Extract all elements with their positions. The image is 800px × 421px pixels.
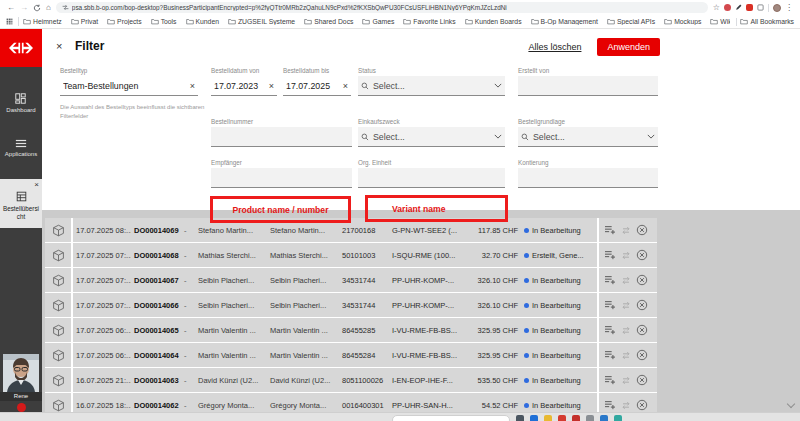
sidebar-item-applications[interactable]: Applications	[5, 139, 37, 157]
reorder-icon[interactable]	[620, 325, 632, 336]
pen-extension-icon[interactable]	[735, 4, 742, 11]
bookmark-item[interactable]: Heimnetz	[23, 18, 62, 25]
reorder-icon[interactable]	[620, 350, 632, 361]
cancel-order-icon[interactable]	[636, 324, 648, 336]
add-to-list-icon[interactable]	[604, 275, 616, 285]
cancel-order-icon[interactable]	[636, 274, 648, 286]
add-to-list-icon[interactable]	[604, 325, 616, 335]
filter-close-icon[interactable]: ×	[56, 40, 62, 52]
add-to-list-icon[interactable]	[604, 400, 616, 410]
cancel-order-icon[interactable]	[636, 224, 648, 236]
cancel-order-icon[interactable]	[636, 299, 648, 311]
table-row[interactable]: 17.07.2025 07:... DO00014067 - Selbin Pl…	[45, 268, 657, 292]
sbb-logo[interactable]	[0, 29, 42, 67]
table-row[interactable]: 16.07.2025 18:... DO00014062 - Grégory M…	[45, 393, 657, 412]
windows-taskbar[interactable]	[0, 412, 800, 421]
back-icon[interactable]: ←	[7, 4, 15, 12]
bestellnummer-input[interactable]	[211, 127, 352, 147]
chrome-menu-icon[interactable]: ⋮	[785, 4, 793, 12]
profile-avatar[interactable]	[773, 4, 781, 12]
bookmark-item[interactable]: Kunden	[186, 18, 219, 25]
taskbar-icon[interactable]	[572, 415, 580, 421]
reorder-icon[interactable]	[620, 225, 632, 236]
bookmark-item[interactable]: Games	[362, 18, 394, 25]
bookmark-item[interactable]: Favorite Links	[403, 18, 455, 25]
apply-button[interactable]: Anwenden	[597, 38, 660, 56]
taskbar-icon[interactable]	[530, 415, 538, 421]
add-to-list-icon[interactable]	[604, 300, 616, 310]
table-row[interactable]: 17.07.2025 07:... DO00014068 - Mathias S…	[45, 243, 657, 267]
bookmark-star-icon[interactable]: ☆	[713, 4, 720, 12]
address-bar[interactable]: psa.sbb.b-op.com/bop-desktop?BusinessPar…	[56, 2, 708, 13]
taskbar-icon[interactable]	[516, 415, 524, 421]
status-select[interactable]: Select...	[358, 76, 505, 96]
clear-icon[interactable]: ×	[269, 81, 274, 91]
add-to-list-icon[interactable]	[604, 375, 616, 385]
kontierung-input[interactable]	[518, 168, 658, 188]
bookmark-item[interactable]: Projects	[107, 18, 142, 25]
cancel-order-icon[interactable]	[636, 249, 648, 261]
add-to-list-icon[interactable]	[604, 225, 616, 235]
extension-icon-2[interactable]	[746, 4, 753, 11]
clear-icon[interactable]: ×	[190, 81, 195, 91]
bookmark-item[interactable]: Special APIs	[607, 18, 655, 25]
close-tab-icon[interactable]: ×	[34, 180, 39, 189]
einkaufszweck-select[interactable]: Select...	[358, 127, 505, 147]
bookmark-item[interactable]: B-Op Management	[531, 18, 598, 25]
table-row[interactable]: 17.07.2025 06:... DO00014065 - Martin Va…	[45, 318, 657, 342]
bookmark-item[interactable]: ZUGSEIL Systeme	[228, 18, 295, 25]
apps-grid-icon[interactable]	[6, 18, 13, 25]
sidebar-user[interactable]: Rene	[0, 354, 42, 412]
bookmark-item[interactable]: Mockups	[664, 18, 701, 25]
bookmark-item[interactable]: Wiki Seiten	[710, 18, 729, 25]
filter-panel: × Filter Alles löschen Anwenden Bestellt…	[42, 29, 800, 210]
reorder-icon[interactable]	[620, 400, 632, 411]
taskbar-icon[interactable]	[558, 415, 566, 421]
reorder-icon[interactable]	[620, 375, 632, 386]
erstellt-von-input[interactable]	[518, 76, 658, 96]
bestellgrundlage-select[interactable]: Select...	[518, 127, 658, 147]
taskbar-icon[interactable]	[600, 415, 608, 421]
bookmark-item[interactable]: Shared Docs	[304, 18, 353, 25]
org-einheit-input[interactable]	[358, 168, 505, 188]
order-reference: -	[181, 243, 195, 267]
add-to-list-icon[interactable]	[604, 350, 616, 360]
table-row[interactable]: 17.07.2025 08:... DO00014069 - Stefano M…	[45, 218, 657, 242]
table-row[interactable]: 17.07.2025 07:... DO00014066 - Selbin Pl…	[45, 293, 657, 317]
clear-icon[interactable]: ×	[343, 81, 348, 91]
reorder-icon[interactable]	[620, 275, 632, 286]
sidebar-item-dashboard[interactable]: Dashboard	[6, 93, 35, 113]
add-to-list-icon[interactable]	[604, 250, 616, 260]
empfaenger-input[interactable]	[211, 168, 352, 188]
table-row[interactable]: 17.07.2025 06:... DO00014064 - Martin Va…	[45, 343, 657, 367]
bestelldatum-von-input[interactable]: 17.07.2023 ×	[211, 76, 277, 96]
extension-icon[interactable]	[724, 4, 731, 11]
bestelltyp-input[interactable]: Team-Bestellungen ×	[60, 76, 198, 96]
cancel-order-icon[interactable]	[636, 374, 648, 386]
taskbar-icon[interactable]	[544, 415, 552, 421]
reorder-icon[interactable]	[620, 300, 632, 311]
cancel-order-icon[interactable]	[636, 349, 648, 361]
bookmark-item[interactable]: Tools	[151, 18, 177, 25]
all-bookmarks[interactable]: All Bookmarks	[730, 18, 794, 26]
user-avatar[interactable]	[3, 354, 39, 392]
bookmark-item[interactable]: Kunden Boards	[465, 18, 522, 25]
forward-icon[interactable]: →	[20, 4, 28, 12]
bestelldatum-bis-input[interactable]: 17.07.2025 ×	[283, 76, 351, 96]
extensions-puzzle-icon[interactable]	[757, 4, 764, 11]
bookmark-item[interactable]: Privat	[71, 18, 98, 25]
home-icon[interactable]: ⌂	[46, 4, 51, 12]
taskbar-search-box[interactable]	[392, 415, 510, 421]
cancel-order-icon[interactable]	[636, 399, 648, 411]
reload-icon[interactable]	[33, 4, 41, 12]
clear-all-button[interactable]: Alles löschen	[528, 42, 581, 52]
sidebar-item-bestelluebersicht[interactable]: × Bestellübersicht	[0, 179, 42, 228]
status-label: In Bearbeitung	[532, 376, 581, 385]
taskbar-icon[interactable]	[614, 415, 622, 421]
reorder-icon[interactable]	[620, 250, 632, 261]
scroll-down-icon[interactable]	[787, 400, 795, 408]
order-date: 17.07.2025 07:...	[73, 243, 131, 267]
taskbar-icon[interactable]	[586, 415, 594, 421]
site-info-icon[interactable]	[62, 4, 69, 11]
table-row[interactable]: 16.07.2025 21:... DO00014063 - David Kün…	[45, 368, 657, 392]
